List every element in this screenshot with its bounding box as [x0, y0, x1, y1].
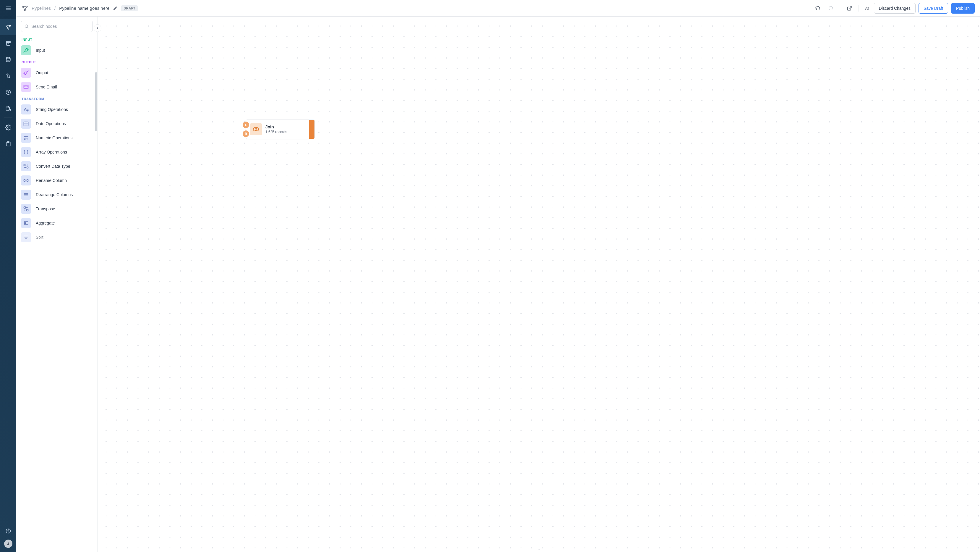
numeric-ops-icon — [21, 133, 31, 143]
svg-rect-42 — [24, 180, 25, 182]
open-external-button[interactable] — [844, 3, 854, 13]
node-date-operations[interactable]: Date Operations — [21, 116, 95, 131]
scrollbar-thumb[interactable] — [95, 72, 97, 131]
svg-rect-15 — [7, 141, 9, 142]
node-string-operations[interactable]: String Operations — [21, 102, 95, 116]
mail-icon — [23, 84, 29, 90]
input-node-icon — [21, 45, 31, 55]
math-icon — [23, 135, 29, 141]
convert-type-icon — [21, 161, 31, 171]
sort-icon — [21, 232, 31, 242]
help-button[interactable] — [0, 526, 16, 536]
nav-clipboard[interactable] — [0, 136, 16, 152]
node-list[interactable]: INPUT Input OUTPUT Output — [16, 34, 97, 552]
undo-button[interactable] — [813, 3, 823, 13]
nav-pipelines[interactable] — [0, 19, 16, 35]
svg-rect-25 — [24, 122, 29, 126]
nav-rail: J — [0, 0, 16, 552]
database-icon — [5, 57, 11, 63]
redo-button — [826, 3, 836, 13]
nav-settings[interactable] — [0, 119, 16, 136]
svg-rect-46 — [27, 180, 29, 182]
node-label: String Operations — [36, 107, 68, 112]
menu-button[interactable] — [0, 0, 16, 16]
breadcrumb-root[interactable]: Pypelines — [32, 6, 51, 11]
node-rearrange-columns[interactable]: Rearrange Columns — [21, 188, 95, 202]
canvas-node-join[interactable]: L R Join 1,625 records — [246, 120, 315, 139]
gear-icon — [5, 124, 11, 131]
array-ops-icon — [21, 147, 31, 157]
calendar-icon — [23, 121, 29, 127]
aggregate-icon — [21, 218, 31, 228]
hamburger-icon — [5, 5, 11, 11]
history-icon — [5, 89, 11, 95]
node-label: Date Operations — [36, 121, 66, 126]
node-label: Array Operations — [36, 150, 67, 155]
svg-rect-40 — [24, 164, 25, 166]
clipboard-icon — [5, 141, 11, 147]
nav-connections[interactable] — [0, 68, 16, 84]
join-node-title: Join — [266, 124, 315, 129]
node-send-email[interactable]: Send Email — [21, 80, 95, 94]
pencil-icon — [113, 6, 118, 11]
search-input[interactable] — [31, 24, 89, 29]
canvas[interactable]: L R Join 1,625 records — [98, 17, 980, 552]
node-convert-data-type[interactable]: Convert Data Type — [21, 159, 95, 173]
bottom-drawer-handle[interactable] — [98, 547, 980, 552]
save-draft-button[interactable]: Save Draft — [918, 3, 948, 14]
svg-point-17 — [8, 532, 8, 533]
node-label: Numeric Operations — [36, 136, 73, 140]
node-input[interactable]: Input — [21, 43, 95, 57]
svg-point-38 — [27, 138, 27, 138]
search-input-wrapper[interactable] — [21, 21, 93, 32]
nav-history[interactable] — [0, 84, 16, 100]
svg-point-8 — [6, 57, 10, 59]
join-output-port[interactable] — [309, 120, 315, 139]
main-area: Pypelines / Pypeline name goes here DRAF… — [16, 0, 980, 552]
group-label-input: INPUT — [22, 38, 95, 41]
nav-archive[interactable] — [0, 35, 16, 51]
plug-in-icon — [23, 47, 29, 53]
user-avatar[interactable]: J — [4, 539, 13, 548]
collapse-panel-button[interactable] — [94, 24, 101, 32]
rename-button[interactable] — [113, 6, 118, 11]
svg-line-21 — [849, 6, 851, 9]
node-panel: INPUT Input OUTPUT Output — [16, 17, 98, 552]
join-port-right[interactable]: R — [243, 131, 249, 137]
workspace: INPUT Input OUTPUT Output — [16, 17, 980, 552]
node-array-operations[interactable]: Array Operations — [21, 145, 95, 159]
node-label: Output — [36, 70, 48, 75]
node-numeric-operations[interactable]: Numeric Operations — [21, 131, 95, 145]
node-output[interactable]: Output — [21, 66, 95, 80]
chevron-up-icon — [537, 548, 541, 551]
aggregate-icon-svg — [23, 220, 29, 226]
discard-button[interactable]: Discard Changes — [874, 3, 916, 14]
rename-icon — [23, 177, 29, 183]
rearrange-icon — [21, 190, 31, 200]
node-label: Rearrange Columns — [36, 192, 73, 197]
text-icon — [23, 107, 29, 112]
braces-icon — [23, 149, 29, 155]
publish-button[interactable]: Publish — [951, 3, 975, 14]
node-rename-column[interactable]: Rename Column — [21, 173, 95, 188]
svg-rect-50 — [24, 207, 26, 209]
swap-icon — [23, 163, 29, 169]
node-transpose[interactable]: Transpose — [21, 202, 95, 216]
node-label: Transpose — [36, 206, 55, 211]
node-label: Send Email — [36, 85, 57, 89]
nav-schedule[interactable] — [0, 100, 16, 116]
columns-icon — [23, 192, 29, 198]
node-sort[interactable]: Sort — [21, 230, 95, 244]
date-ops-icon — [21, 119, 31, 129]
plug-icon — [5, 73, 11, 79]
node-label: Sort — [36, 235, 43, 239]
sort-icon-svg — [23, 234, 29, 240]
group-label-transform: TRANSFORM — [22, 97, 95, 101]
toolbar-separator — [840, 5, 840, 11]
node-aggregate[interactable]: Aggregate — [21, 216, 95, 230]
join-port-left[interactable]: L — [243, 121, 249, 128]
external-link-icon — [847, 6, 852, 11]
send-email-icon — [21, 82, 31, 92]
nav-database[interactable] — [0, 51, 16, 68]
output-node-icon — [21, 68, 31, 78]
